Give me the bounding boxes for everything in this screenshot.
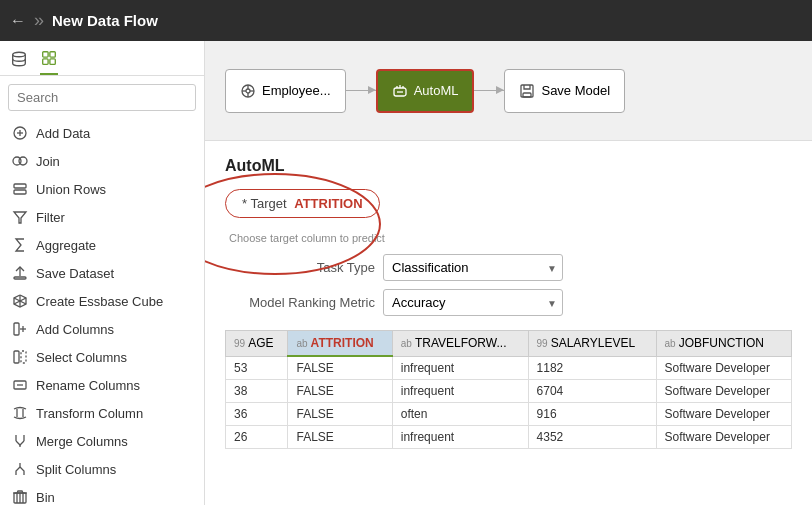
bin-icon xyxy=(12,489,28,505)
sigma-icon xyxy=(12,237,28,253)
sidebar: Add Data Join Union Rows Filter xyxy=(0,41,205,505)
sidebar-item-rename-columns[interactable]: Rename Columns xyxy=(0,371,204,399)
table-cell: 26 xyxy=(226,426,288,449)
table-cell: 1182 xyxy=(528,356,656,380)
sidebar-item-label: Join xyxy=(36,154,60,169)
cube-icon xyxy=(12,293,28,309)
table-cell: 916 xyxy=(528,403,656,426)
task-type-select[interactable]: Classification Regression xyxy=(383,254,563,281)
flow-node-employee[interactable]: Employee... xyxy=(225,69,346,113)
svg-rect-2 xyxy=(50,52,55,57)
svg-rect-1 xyxy=(43,52,48,57)
select-col-icon xyxy=(12,349,28,365)
join-icon xyxy=(12,153,28,169)
rename-col-icon xyxy=(12,377,28,393)
employee-icon xyxy=(240,83,256,99)
model-ranking-label: Model Ranking Metric xyxy=(225,295,375,310)
col-header-age[interactable]: 99AGE xyxy=(226,331,288,357)
sidebar-items: Add Data Join Union Rows Filter xyxy=(0,119,204,505)
table-cell: Software Developer xyxy=(656,380,791,403)
sidebar-item-join[interactable]: Join xyxy=(0,147,204,175)
upload-icon xyxy=(12,265,28,281)
svg-rect-18 xyxy=(14,323,19,335)
col-header-attrition[interactable]: abATTRITION xyxy=(288,331,392,357)
flow-icon: » xyxy=(34,10,44,31)
back-button[interactable]: ← xyxy=(10,12,26,30)
sidebar-item-save-dataset[interactable]: Save Dataset xyxy=(0,259,204,287)
target-prefix-label: * Target xyxy=(242,196,287,211)
tab-database[interactable] xyxy=(10,50,28,74)
sidebar-item-aggregate[interactable]: Aggregate xyxy=(0,231,204,259)
table-cell: 36 xyxy=(226,403,288,426)
table-cell: infrequent xyxy=(392,356,528,380)
svg-rect-22 xyxy=(21,351,26,363)
flow-connector-1 xyxy=(346,90,376,91)
col-header-travelforw[interactable]: abTRAVELFORW... xyxy=(392,331,528,357)
sidebar-item-add-data[interactable]: Add Data xyxy=(0,119,204,147)
flow-node-employee-label: Employee... xyxy=(262,83,331,98)
svg-point-41 xyxy=(246,89,250,93)
transform-icon xyxy=(12,405,28,421)
svg-rect-14 xyxy=(14,277,26,279)
sidebar-tabs xyxy=(0,41,204,76)
sidebar-item-label: Add Data xyxy=(36,126,90,141)
search-input[interactable] xyxy=(8,84,196,111)
flow-node-save-model-label: Save Model xyxy=(541,83,610,98)
sidebar-item-label: Add Columns xyxy=(36,322,114,337)
table-cell: 38 xyxy=(226,380,288,403)
table-cell: 53 xyxy=(226,356,288,380)
sidebar-item-label: Save Dataset xyxy=(36,266,114,281)
table-cell: 4352 xyxy=(528,426,656,449)
table-cell: often xyxy=(392,403,528,426)
page-title: New Data Flow xyxy=(52,12,158,29)
table-cell: infrequent xyxy=(392,426,528,449)
flow-node-save-model[interactable]: Save Model xyxy=(504,69,625,113)
sidebar-item-label: Split Columns xyxy=(36,462,116,477)
table-row: 36FALSEoften916Software Developer xyxy=(226,403,792,426)
target-hint: Choose target column to predict xyxy=(229,232,792,244)
table-cell: FALSE xyxy=(288,356,392,380)
sidebar-item-label: Union Rows xyxy=(36,182,106,197)
sidebar-item-label: Filter xyxy=(36,210,65,225)
add-col-icon xyxy=(12,321,28,337)
sidebar-item-filter[interactable]: Filter xyxy=(0,203,204,231)
table-cell: 6704 xyxy=(528,380,656,403)
table-row: 53FALSEinfrequent1182Software Developer xyxy=(226,356,792,380)
sidebar-item-split-columns[interactable]: Split Columns xyxy=(0,455,204,483)
sidebar-item-label: Select Columns xyxy=(36,350,127,365)
sidebar-item-create-essbase[interactable]: Create Essbase Cube xyxy=(0,287,204,315)
col-header-jobfunction[interactable]: abJOBFUNCTION xyxy=(656,331,791,357)
sidebar-item-add-columns[interactable]: Add Columns xyxy=(0,315,204,343)
filter-icon xyxy=(12,209,28,225)
svg-rect-11 xyxy=(14,190,26,194)
automl-icon xyxy=(392,83,408,99)
svg-rect-10 xyxy=(14,184,26,188)
sidebar-item-union-rows[interactable]: Union Rows xyxy=(0,175,204,203)
sidebar-item-bin[interactable]: Bin xyxy=(0,483,204,505)
svg-rect-3 xyxy=(43,59,48,64)
sidebar-item-merge-columns[interactable]: Merge Columns xyxy=(0,427,204,455)
flow-canvas: Employee... AutoML Save Mod xyxy=(205,41,812,141)
detail-panel: AutoML * Target ATTRITION Choose target … xyxy=(205,141,812,505)
flow-node-automl[interactable]: AutoML xyxy=(376,69,475,113)
svg-marker-12 xyxy=(14,212,26,223)
target-value: ATTRITION xyxy=(294,196,362,211)
col-header-salarylevel[interactable]: 99SALARYLEVEL xyxy=(528,331,656,357)
sidebar-item-transform-column[interactable]: Transform Column xyxy=(0,399,204,427)
task-type-select-wrapper: Classification Regression xyxy=(383,254,563,281)
main-layout: Add Data Join Union Rows Filter xyxy=(0,41,812,505)
table-cell: FALSE xyxy=(288,380,392,403)
model-ranking-select-wrapper: Accuracy F1 AUC RMSE xyxy=(383,289,563,316)
tab-transform[interactable] xyxy=(40,49,58,75)
save-icon xyxy=(519,83,535,99)
model-ranking-select[interactable]: Accuracy F1 AUC RMSE xyxy=(383,289,563,316)
sidebar-item-select-columns[interactable]: Select Columns xyxy=(0,343,204,371)
split-icon xyxy=(12,461,28,477)
table-cell: Software Developer xyxy=(656,426,791,449)
sidebar-item-label: Rename Columns xyxy=(36,378,140,393)
table-cell: Software Developer xyxy=(656,356,791,380)
task-type-label: Task Type xyxy=(225,260,375,275)
sidebar-item-label: Transform Column xyxy=(36,406,143,421)
table-cell: FALSE xyxy=(288,426,392,449)
sidebar-search xyxy=(0,76,204,119)
